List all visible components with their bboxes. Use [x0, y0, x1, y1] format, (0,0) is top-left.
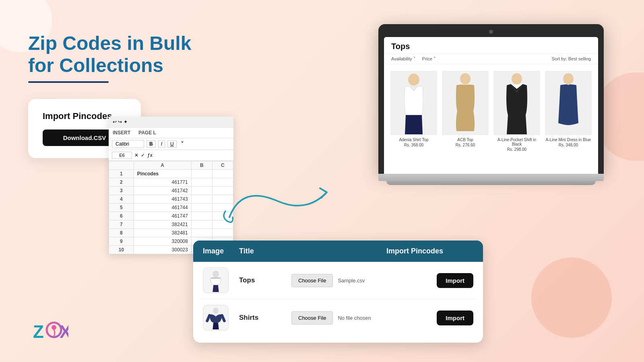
title-underline: [28, 81, 109, 83]
bottom-table: Image Title Import Pincodes Tops: [193, 241, 483, 343]
product-figure-2: [445, 71, 485, 135]
product-image: [545, 71, 592, 135]
product-figure-3: [497, 71, 537, 135]
font-name: Calibri: [112, 140, 144, 148]
filter-price[interactable]: Price ˅: [422, 56, 436, 62]
choose-file-button-shirts[interactable]: Choose File: [291, 311, 333, 325]
product-figure-4: [548, 71, 588, 135]
laptop-bottom: [386, 181, 596, 185]
sort-by: Sort by: Best selling: [552, 56, 591, 62]
product-image: [442, 71, 489, 135]
decorative-blob-bottom-right: [531, 257, 612, 338]
svg-point-18: [52, 325, 56, 330]
page-title: Zip Codes in Bulk for Collections: [28, 32, 205, 76]
product-name-4: A-Line Mini Dress in Blue: [545, 138, 592, 142]
svg-rect-14: [564, 84, 568, 87]
product-figure-1: [394, 71, 434, 135]
product-title-tops: Tops: [239, 276, 287, 284]
cell-reference: E6: [112, 152, 132, 159]
bold-button[interactable]: B: [147, 140, 156, 148]
product-card: A-Line Mini Dress in Blue Rs. 348.00: [543, 68, 594, 154]
laptop-mockup: Tops Availability ˅ Price ˅ Sort by: Bes…: [378, 24, 604, 185]
ribbon-item-page: PAGE L: [138, 130, 156, 136]
svg-rect-15: [569, 84, 572, 87]
product-card: ACB Top Rs. 276.60: [440, 68, 491, 154]
col-header-image: Image: [203, 247, 239, 255]
bottom-table-header: Image Title Import Pincodes: [193, 241, 483, 262]
filter-availability[interactable]: Availability ˅: [391, 56, 416, 62]
tops-figure-icon: [203, 267, 228, 293]
product-price-3: Rs. 298.00: [493, 147, 540, 152]
excel-formula-bar: E6 ✕ ✓ ƒx: [109, 150, 233, 161]
svg-point-1: [213, 271, 219, 278]
product-image: [390, 71, 437, 135]
excel-mockup: ↩ ↪ ✦ INSERT PAGE L Calibri B I U ˅ E6 ✕…: [109, 117, 233, 254]
filter-left: Availability ˅ Price ˅: [391, 56, 436, 62]
svg-text:Z: Z: [33, 322, 44, 341]
choose-file-button-tops[interactable]: Choose File: [291, 274, 333, 287]
product-card: Adenia Shirt Top Rs. 368.00: [388, 68, 440, 154]
product-thumb-tops: [203, 267, 229, 293]
product-price-2: Rs. 276.60: [442, 143, 489, 147]
underline-button[interactable]: U: [167, 140, 177, 148]
excel-font-bar: Calibri B I U ˅: [109, 138, 233, 150]
product-price-4: Rs. 348.00: [545, 143, 592, 147]
italic-button[interactable]: I: [158, 140, 165, 148]
bottom-table-body: Tops Choose File Sample.csv Import: [193, 262, 483, 343]
file-controls-shirts: Choose File No file chosen Import: [291, 311, 473, 325]
shop-title: Tops: [391, 42, 591, 51]
laptop-screen-outer: Tops Availability ˅ Price ˅ Sort by: Bes…: [378, 24, 604, 174]
table-row: Shirts Choose File No file chosen Import: [200, 299, 477, 336]
laptop-camera: [489, 30, 493, 34]
product-title-shirts: Shirts: [239, 314, 287, 322]
file-name-shirts: No file chosen: [338, 315, 432, 321]
product-price-1: Rs. 368.00: [390, 143, 437, 147]
shop-header: Tops: [384, 37, 598, 54]
ribbon-item-insert: INSERT: [113, 130, 130, 136]
svg-point-8: [460, 73, 471, 84]
svg-point-6: [408, 74, 419, 86]
file-controls-tops: Choose File Sample.csv Import: [291, 273, 473, 288]
product-name-3: A-Line-Pocket Shift in Black: [493, 138, 540, 146]
svg-point-13: [563, 73, 574, 84]
svg-point-10: [512, 73, 522, 84]
import-button-tops[interactable]: Import: [437, 273, 473, 288]
product-name-2: ACB Top: [442, 138, 489, 142]
arrow-decoration: [217, 177, 338, 225]
product-name-1: Adenia Shirt Top: [390, 138, 437, 142]
product-thumb-shirts: [203, 305, 229, 331]
col-header-title: Title: [239, 247, 356, 255]
product-card: A-Line-Pocket Shift in Black Rs. 298.00: [491, 68, 543, 154]
svg-text:X: X: [60, 322, 68, 341]
col-header-import: Import Pincodes: [356, 247, 473, 255]
shirts-figure-icon: [203, 305, 228, 331]
zox-logo: Z X: [32, 319, 68, 343]
products-grid: Adenia Shirt Top Rs. 368.00: [384, 64, 598, 158]
svg-point-4: [213, 308, 219, 314]
product-image: [493, 71, 540, 135]
file-name-tops: Sample.csv: [338, 278, 432, 284]
laptop-base: [378, 174, 604, 181]
shop-filters: Availability ˅ Price ˅ Sort by: Best sel…: [384, 54, 598, 64]
zox-logo-svg: Z X: [32, 319, 68, 343]
table-row: Tops Choose File Sample.csv Import: [200, 262, 477, 299]
excel-toolbar: ↩ ↪ ✦: [109, 117, 233, 128]
import-button-shirts[interactable]: Import: [437, 311, 473, 325]
excel-ribbon: INSERT PAGE L: [109, 128, 233, 138]
laptop-screen: Tops Availability ˅ Price ˅ Sort by: Bes…: [384, 37, 598, 174]
